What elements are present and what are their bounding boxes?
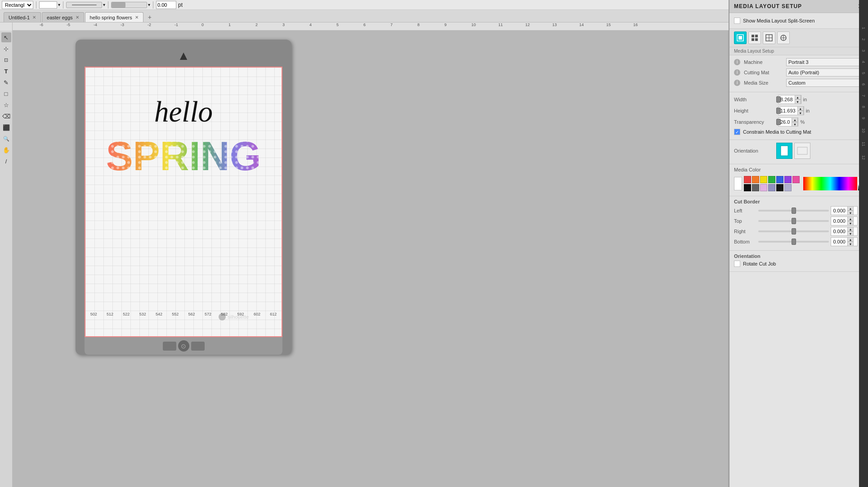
media-size-dropdown[interactable]: Custom ▾ (786, 79, 864, 87)
edge-number-2: 2 (861, 38, 866, 41)
tool-fill[interactable]: ⬛ (1, 122, 11, 132)
show-split-screen-checkbox[interactable] (734, 18, 740, 24)
panel-icon-settings[interactable] (763, 32, 775, 44)
cutting-mat-label: Cutting Mat (744, 70, 784, 75)
panel-icon-grid[interactable] (748, 32, 761, 44)
ruler-mark--4: -4 (94, 23, 97, 27)
line-width-track[interactable] (111, 2, 147, 8)
transparency-input-group: 26.0 ▲ ▼ % (776, 117, 805, 126)
swatch-light-blue[interactable] (784, 184, 792, 191)
cut-border-bottom-input[interactable]: 0.000 ▲ ▼ (831, 237, 858, 246)
tool-line[interactable]: / (1, 156, 11, 166)
cut-border-right-thumb (792, 228, 796, 234)
cut-border-right-input[interactable]: 0.000 ▲ ▼ (831, 227, 858, 236)
cut-border-bottom-up[interactable]: ▲ (847, 237, 854, 242)
ruler-num-542: 542 (156, 312, 162, 316)
tool-node-edit[interactable]: ⊹ (1, 44, 11, 54)
machine-section: i Machine Portrait 3 ▾ i Cutting Mat Aut… (729, 55, 868, 92)
tool-select[interactable]: ↖ (1, 32, 11, 42)
color-gradient-picker[interactable]: ▶ (803, 177, 864, 190)
tab-close-untitled-1[interactable]: ✕ (32, 15, 36, 20)
tool-zoom[interactable]: 🔍 (1, 134, 11, 144)
tab-close-easter-eggs[interactable]: ✕ (76, 15, 79, 20)
swatch-dark[interactable] (776, 184, 783, 191)
rotate-cut-job-checkbox[interactable] (734, 261, 740, 267)
cut-border-bottom-down[interactable]: ▼ (847, 242, 854, 246)
color-gradient-hue[interactable] (803, 177, 857, 190)
height-down[interactable]: ▼ (797, 111, 804, 115)
tab-easter-eggs[interactable]: easter eggs ✕ (42, 12, 84, 22)
swatch-orange[interactable] (752, 176, 759, 183)
height-up[interactable]: ▲ (797, 106, 804, 111)
split-screen-section: Show Media Layout Split-Screen (729, 13, 868, 29)
color-preview[interactable] (39, 1, 57, 9)
tab-close-hello-spring-flowers[interactable]: ✕ (135, 15, 139, 20)
line-width-input[interactable]: 0.00 (156, 1, 176, 9)
tab-add-button[interactable]: + (144, 12, 155, 22)
cut-border-bottom-slider[interactable] (758, 241, 829, 243)
svg-rect-4 (94, 127, 273, 177)
swatch-purple[interactable] (784, 176, 792, 183)
orientation-landscape[interactable] (794, 143, 810, 159)
panel-icon-layout[interactable] (734, 32, 747, 44)
transparency-up[interactable]: ▲ (792, 117, 798, 122)
cut-border-left-slider[interactable] (758, 210, 829, 212)
orientation-portrait[interactable] (776, 143, 792, 159)
machine-dropdown[interactable]: Portrait 3 ▾ (786, 58, 864, 66)
line-style-picker[interactable] (66, 2, 102, 8)
tool-star[interactable]: ☆ (1, 100, 11, 110)
transparency-down[interactable]: ▼ (792, 122, 798, 126)
swatch-green[interactable] (768, 176, 775, 183)
tool-crop[interactable]: ⊡ (1, 55, 11, 65)
height-value: 11.693 (779, 108, 797, 113)
swatch-blue[interactable] (776, 176, 783, 183)
panel-title: MEDIA LAYOUT SETUP (734, 3, 802, 9)
tab-hello-spring-flowers[interactable]: hello spring flowers ✕ (85, 12, 143, 22)
toolbar-chevron-2[interactable]: ▾ (103, 2, 105, 7)
edge-number-10: 10 (861, 128, 866, 133)
cut-border-left-input[interactable]: 0.000 ▲ ▼ (831, 206, 858, 215)
width-input-field[interactable]: 8.268 ▲ ▼ (778, 95, 801, 104)
swatch-black[interactable] (744, 184, 751, 191)
rotate-cut-job-row: Rotate Cut Job (734, 261, 864, 267)
cut-border-right-up[interactable]: ▲ (847, 227, 854, 231)
height-input-field[interactable]: 11.693 ▲ ▼ (778, 106, 804, 115)
transparency-input-field[interactable]: 26.0 ▲ ▼ (778, 117, 798, 126)
tool-draw[interactable]: ✎ (1, 77, 11, 87)
cut-border-right-slider[interactable] (758, 230, 829, 232)
tool-shape[interactable]: □ (1, 89, 11, 99)
cut-border-left-down[interactable]: ▼ (847, 211, 854, 215)
mat-paper[interactable]: hello (85, 67, 282, 337)
ruler-mark-9: 9 (444, 23, 447, 27)
media-layout-setup-label: Media Layout Setup (729, 47, 868, 55)
cut-border-bottom-row: Bottom 0.000 ▲ ▼ in (734, 237, 864, 246)
toolbar-chevron-1[interactable]: ▾ (58, 2, 60, 7)
tab-untitled-1[interactable]: Untitled-1 ✕ (4, 12, 41, 22)
swatch-red[interactable] (744, 176, 751, 183)
width-down[interactable]: ▼ (795, 99, 801, 104)
cut-border-top-slider[interactable] (758, 220, 829, 222)
swatch-yellow[interactable] (760, 176, 767, 183)
toolbar-chevron-3[interactable]: ▾ (148, 2, 150, 7)
swatch-pink[interactable] (792, 176, 800, 183)
swatch-gray[interactable] (752, 184, 759, 191)
swatch-lavender[interactable] (760, 184, 767, 191)
cut-border-top-down[interactable]: ▼ (847, 221, 854, 225)
panel-icon-extra[interactable] (777, 32, 790, 44)
cutting-mat-dropdown[interactable]: Auto (Portrait) ▾ (786, 68, 864, 77)
cut-border-top-input[interactable]: 0.000 ▲ ▼ (831, 216, 858, 225)
tool-eraser[interactable]: ⌫ (1, 111, 11, 121)
width-up[interactable]: ▲ (795, 95, 801, 99)
shape-selector[interactable]: Rectangle (2, 1, 33, 9)
constrain-checkbox[interactable]: ✓ (734, 129, 740, 135)
svg-rect-8 (738, 36, 742, 40)
cut-border-left-up[interactable]: ▲ (847, 206, 854, 211)
color-swatch-white[interactable] (734, 177, 742, 190)
cut-border-left-spinners: ▲ ▼ (847, 206, 854, 215)
tool-hand[interactable]: ✋ (1, 145, 11, 155)
tool-text[interactable]: T (1, 66, 11, 76)
cut-border-top-up[interactable]: ▲ (847, 216, 854, 221)
cut-border-right-down[interactable]: ▼ (847, 231, 854, 236)
swatch-slate[interactable] (768, 184, 775, 191)
canvas-area[interactable]: ▲ hello (13, 31, 728, 487)
